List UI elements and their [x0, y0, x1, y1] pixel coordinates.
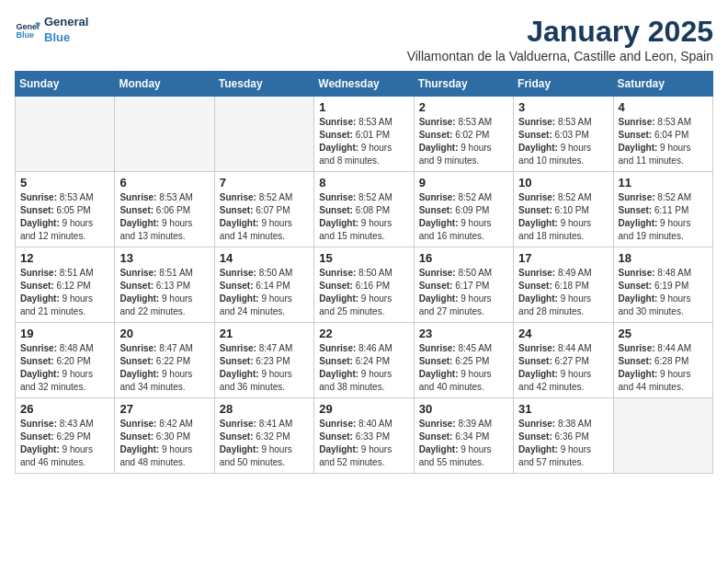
day-info: Sunrise: 8:46 AMSunset: 6:24 PMDaylight:…: [319, 342, 408, 394]
day-info: Sunrise: 8:47 AMSunset: 6:22 PMDaylight:…: [119, 342, 209, 394]
header-monday: Monday: [115, 72, 214, 97]
calendar-cell: 19Sunrise: 8:48 AMSunset: 6:20 PMDayligh…: [16, 323, 115, 398]
day-number: 19: [20, 327, 109, 340]
calendar-cell: 23Sunrise: 8:45 AMSunset: 6:25 PMDayligh…: [414, 323, 513, 398]
day-info: Sunrise: 8:38 AMSunset: 6:36 PMDaylight:…: [518, 418, 608, 469]
calendar-cell: 12Sunrise: 8:51 AMSunset: 6:12 PMDayligh…: [16, 247, 115, 323]
day-number: 3: [518, 100, 608, 114]
day-info: Sunrise: 8:41 AMSunset: 6:32 PMDaylight:…: [220, 418, 309, 469]
calendar-cell: 9Sunrise: 8:52 AMSunset: 6:09 PMDaylight…: [414, 172, 513, 247]
calendar-table: SundayMondayTuesdayWednesdayThursdayFrid…: [15, 71, 713, 474]
day-number: 17: [518, 251, 608, 265]
day-info: Sunrise: 8:48 AMSunset: 6:20 PMDaylight:…: [20, 342, 109, 394]
calendar-cell: 27Sunrise: 8:42 AMSunset: 6:30 PMDayligh…: [115, 398, 214, 474]
logo-text-general: General: [44, 15, 88, 29]
calendar-cell: 2Sunrise: 8:53 AMSunset: 6:02 PMDaylight…: [414, 97, 513, 172]
day-number: 29: [319, 402, 408, 416]
calendar-cell: 30Sunrise: 8:39 AMSunset: 6:34 PMDayligh…: [414, 398, 513, 474]
day-number: 30: [419, 402, 508, 416]
day-info: Sunrise: 8:50 AMSunset: 6:14 PMDaylight:…: [220, 267, 309, 318]
day-number: 7: [220, 176, 309, 190]
day-info: Sunrise: 8:43 AMSunset: 6:29 PMDaylight:…: [20, 418, 109, 469]
calendar-cell: 29Sunrise: 8:40 AMSunset: 6:33 PMDayligh…: [314, 398, 414, 474]
calendar-cell: 5Sunrise: 8:53 AMSunset: 6:05 PMDaylight…: [16, 172, 115, 247]
page-header: General Blue General Blue January 2025 V…: [15, 15, 713, 63]
day-number: 11: [619, 176, 708, 190]
calendar-cell: 20Sunrise: 8:47 AMSunset: 6:22 PMDayligh…: [115, 323, 214, 398]
calendar-cell: 18Sunrise: 8:48 AMSunset: 6:19 PMDayligh…: [613, 247, 712, 323]
day-number: 20: [119, 327, 209, 340]
header-tuesday: Tuesday: [214, 72, 313, 97]
day-number: 18: [619, 251, 708, 265]
day-info: Sunrise: 8:44 AMSunset: 6:27 PMDaylight:…: [518, 342, 608, 394]
calendar-cell: 17Sunrise: 8:49 AMSunset: 6:18 PMDayligh…: [514, 247, 613, 323]
calendar-cell: 28Sunrise: 8:41 AMSunset: 6:32 PMDayligh…: [214, 398, 313, 474]
calendar-cell: 14Sunrise: 8:50 AMSunset: 6:14 PMDayligh…: [214, 247, 313, 323]
day-info: Sunrise: 8:53 AMSunset: 6:04 PMDaylight:…: [619, 116, 708, 167]
calendar-cell: 7Sunrise: 8:52 AMSunset: 6:07 PMDaylight…: [214, 172, 313, 247]
day-number: 16: [419, 251, 508, 265]
day-number: 23: [419, 327, 508, 340]
calendar-cell: 6Sunrise: 8:53 AMSunset: 6:06 PMDaylight…: [115, 172, 214, 247]
week-row-4: 19Sunrise: 8:48 AMSunset: 6:20 PMDayligh…: [16, 323, 713, 398]
day-number: 25: [619, 327, 708, 340]
calendar-cell: 4Sunrise: 8:53 AMSunset: 6:04 PMDaylight…: [613, 97, 712, 172]
header-thursday: Thursday: [414, 72, 513, 97]
day-number: 1: [319, 100, 408, 114]
day-info: Sunrise: 8:52 AMSunset: 6:09 PMDaylight:…: [419, 191, 508, 243]
header-friday: Friday: [514, 72, 613, 97]
calendar-cell: 26Sunrise: 8:43 AMSunset: 6:29 PMDayligh…: [16, 398, 115, 474]
day-number: 9: [419, 176, 508, 190]
logo-icon: General Blue: [15, 17, 40, 43]
day-number: 10: [518, 176, 608, 190]
day-info: Sunrise: 8:51 AMSunset: 6:12 PMDaylight:…: [20, 267, 109, 318]
title-block: January 2025 Villamontan de la Valduerna…: [407, 15, 713, 63]
calendar-cell: 24Sunrise: 8:44 AMSunset: 6:27 PMDayligh…: [514, 323, 613, 398]
logo: General Blue General Blue: [15, 15, 88, 46]
calendar-cell: 11Sunrise: 8:52 AMSunset: 6:11 PMDayligh…: [613, 172, 712, 247]
calendar-cell: 16Sunrise: 8:50 AMSunset: 6:17 PMDayligh…: [414, 247, 513, 323]
day-info: Sunrise: 8:53 AMSunset: 6:01 PMDaylight:…: [319, 116, 408, 167]
day-info: Sunrise: 8:49 AMSunset: 6:18 PMDaylight:…: [518, 267, 608, 318]
calendar-cell: 31Sunrise: 8:38 AMSunset: 6:36 PMDayligh…: [514, 398, 613, 474]
day-number: 6: [119, 176, 209, 190]
calendar-cell: 22Sunrise: 8:46 AMSunset: 6:24 PMDayligh…: [314, 323, 414, 398]
day-info: Sunrise: 8:40 AMSunset: 6:33 PMDaylight:…: [319, 418, 408, 469]
day-info: Sunrise: 8:44 AMSunset: 6:28 PMDaylight:…: [619, 342, 708, 394]
logo-text-blue: Blue: [44, 30, 70, 44]
calendar-cell: 25Sunrise: 8:44 AMSunset: 6:28 PMDayligh…: [613, 323, 712, 398]
day-info: Sunrise: 8:51 AMSunset: 6:13 PMDaylight:…: [119, 267, 209, 318]
day-number: 15: [319, 251, 408, 265]
week-row-3: 12Sunrise: 8:51 AMSunset: 6:12 PMDayligh…: [16, 247, 713, 323]
week-row-5: 26Sunrise: 8:43 AMSunset: 6:29 PMDayligh…: [16, 398, 713, 474]
svg-text:Blue: Blue: [16, 30, 34, 40]
day-number: 21: [220, 327, 309, 340]
calendar-cell: 10Sunrise: 8:52 AMSunset: 6:10 PMDayligh…: [514, 172, 613, 247]
calendar-cell: 15Sunrise: 8:50 AMSunset: 6:16 PMDayligh…: [314, 247, 414, 323]
day-number: 24: [518, 327, 608, 340]
calendar-header-row: SundayMondayTuesdayWednesdayThursdayFrid…: [16, 72, 713, 97]
day-info: Sunrise: 8:52 AMSunset: 6:08 PMDaylight:…: [319, 191, 408, 243]
day-info: Sunrise: 8:53 AMSunset: 6:06 PMDaylight:…: [119, 191, 209, 243]
calendar-cell: 1Sunrise: 8:53 AMSunset: 6:01 PMDaylight…: [314, 97, 414, 172]
day-number: 14: [220, 251, 309, 265]
day-info: Sunrise: 8:53 AMSunset: 6:02 PMDaylight:…: [419, 116, 508, 167]
day-info: Sunrise: 8:52 AMSunset: 6:07 PMDaylight:…: [220, 191, 309, 243]
calendar-title: January 2025: [407, 15, 713, 49]
day-number: 8: [319, 176, 408, 190]
header-wednesday: Wednesday: [314, 72, 414, 97]
day-number: 26: [20, 402, 109, 416]
day-info: Sunrise: 8:47 AMSunset: 6:23 PMDaylight:…: [220, 342, 309, 394]
calendar-cell: 8Sunrise: 8:52 AMSunset: 6:08 PMDaylight…: [314, 172, 414, 247]
calendar-cell: [613, 398, 712, 474]
day-number: 13: [119, 251, 209, 265]
day-info: Sunrise: 8:50 AMSunset: 6:16 PMDaylight:…: [319, 267, 408, 318]
day-number: 5: [20, 176, 109, 190]
calendar-cell: 3Sunrise: 8:53 AMSunset: 6:03 PMDaylight…: [514, 97, 613, 172]
calendar-cell: [115, 97, 214, 172]
calendar-cell: 13Sunrise: 8:51 AMSunset: 6:13 PMDayligh…: [115, 247, 214, 323]
calendar-cell: [16, 97, 115, 172]
day-number: 22: [319, 327, 408, 340]
calendar-cell: [214, 97, 313, 172]
week-row-2: 5Sunrise: 8:53 AMSunset: 6:05 PMDaylight…: [16, 172, 713, 247]
